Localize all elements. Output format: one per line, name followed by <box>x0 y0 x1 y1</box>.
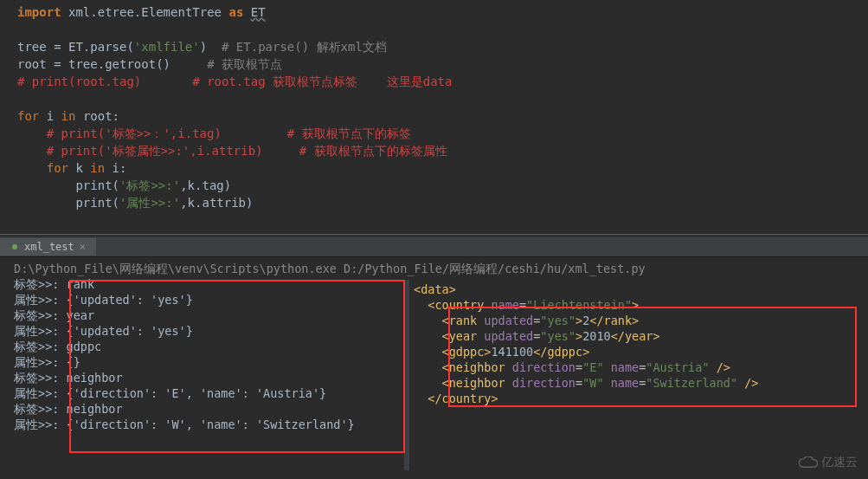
code-text: tree = ET.parse( <box>17 40 134 54</box>
comment: # 获取根节点 <box>207 57 282 71</box>
xml-attr-value: yes <box>548 314 569 327</box>
code-line[interactable] <box>17 21 861 38</box>
vertical-split-gutter[interactable] <box>404 280 409 470</box>
watermark: 亿速云 <box>799 455 858 470</box>
run-path: D:\Python_File\网络编程\venv\Scripts\python.… <box>14 261 861 276</box>
watermark-text: 亿速云 <box>821 455 858 470</box>
code-text: ,k.tag) <box>180 178 231 192</box>
output-line: 属性>>: {'direction': 'W', 'name': 'Switze… <box>14 417 861 432</box>
xml-preview: <data> <country name="Liechtenstein"> <r… <box>414 282 758 406</box>
code-line[interactable]: # print('标签>>：',i.tag) # 获取根节点下的标签 <box>17 125 861 142</box>
code-line[interactable]: for i in root: <box>17 107 861 125</box>
string-literal: '标签>>:' <box>119 178 180 192</box>
xml-text: 141100 <box>491 345 533 359</box>
code-text: root = tree.getroot() <box>17 57 207 71</box>
alias: ET <box>251 5 266 19</box>
code-line[interactable] <box>17 90 861 107</box>
console-tab[interactable]: xml_test × <box>0 238 96 256</box>
code-text: root: <box>75 109 119 123</box>
xml-attr-value: E <box>589 360 596 374</box>
xml-text: 2010 <box>582 329 611 343</box>
comment: # print(root.tag) # root.tag 获取根节点标签 这里是… <box>17 74 452 88</box>
code-line[interactable]: print('标签>>:',k.tag) <box>17 177 861 194</box>
xml-attr-value: Austria <box>653 360 702 374</box>
code-text: ) <box>200 40 222 54</box>
keyword-in: in <box>61 109 76 123</box>
code-line[interactable]: import xml.etree.ElementTree as ET <box>17 3 861 21</box>
code-line[interactable]: tree = ET.parse('xmlfile') # ET.parse() … <box>17 38 861 55</box>
code-text: i <box>39 109 61 123</box>
close-icon[interactable]: × <box>80 241 86 253</box>
module-name: xml.etree.ElementTree <box>68 5 222 19</box>
code-line[interactable]: # print(root.tag) # root.tag 获取根节点标签 这里是… <box>17 73 861 90</box>
cloud-icon <box>799 456 818 469</box>
comment: # print('标签>>：',i.tag) # 获取根节点下的标签 <box>17 126 411 140</box>
comment: # print('标签属性>>:',i.attrib) # 获取根节点下的标签属… <box>17 144 447 158</box>
code-line[interactable]: print('属性>>:',k.attrib) <box>17 194 861 211</box>
keyword-for: for <box>17 161 68 175</box>
comment: # ET.parse() 解析xml文档 <box>222 40 387 54</box>
xml-attr-value: W <box>589 376 596 390</box>
keyword-import: import <box>17 5 61 19</box>
python-file-icon <box>10 243 19 251</box>
console-output[interactable]: D:\Python_File\网络编程\venv\Scripts\python.… <box>0 257 868 479</box>
code-line[interactable]: # print('标签属性>>:',i.attrib) # 获取根节点下的标签属… <box>17 142 861 159</box>
code-line[interactable]: root = tree.getroot() # 获取根节点 <box>17 55 861 73</box>
xml-attr-value: Liechtenstein <box>533 298 625 312</box>
keyword-for: for <box>17 109 39 123</box>
xml-attr-value: Switzerland <box>653 376 730 390</box>
code-text: k <box>68 161 90 175</box>
code-text: i: <box>105 161 126 175</box>
tab-label: xml_test <box>24 241 74 253</box>
string-literal: 'xmlfile' <box>134 40 200 54</box>
keyword-as: as <box>228 5 243 19</box>
console-tab-bar: xml_test × <box>0 236 868 257</box>
code-line[interactable]: for k in i: <box>17 159 861 177</box>
keyword-in: in <box>90 161 105 175</box>
code-editor[interactable]: import xml.etree.ElementTree as ET tree … <box>0 0 868 234</box>
code-text: ,k.attrib) <box>180 196 253 210</box>
xml-attr-value: yes <box>548 329 569 343</box>
string-literal: '属性>>:' <box>119 196 180 210</box>
code-text: print( <box>17 196 119 210</box>
code-text: print( <box>17 178 119 192</box>
xml-tag: data <box>421 282 449 296</box>
